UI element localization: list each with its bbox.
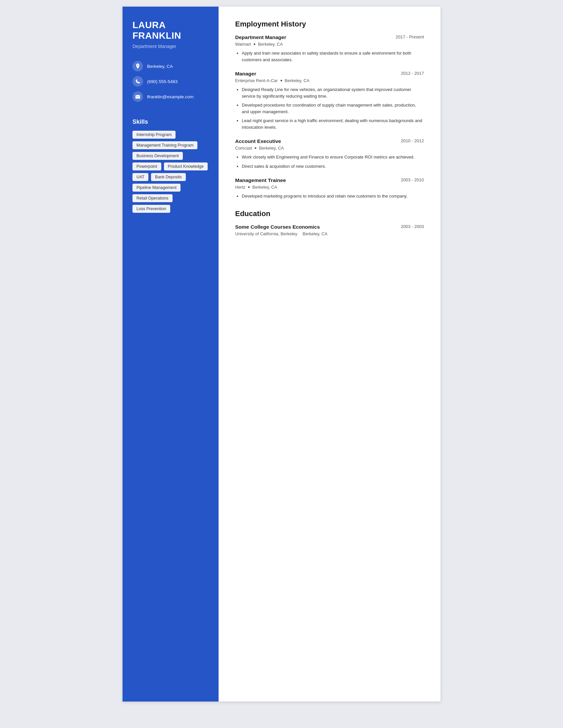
phone-text: (690) 555-5483	[147, 79, 177, 84]
education-list: Some College Courses Economics2003 - 200…	[235, 224, 424, 236]
skill-tag: Retail Operations	[132, 194, 172, 202]
job-block: Department Manager2017 - PresentWalmartB…	[235, 34, 424, 63]
edu-header: Some College Courses Economics2003 - 200…	[235, 224, 424, 230]
sidebar: LAURA FRANKLIN Department Manager Berkel…	[122, 7, 218, 702]
job-dates: 2012 - 2017	[401, 71, 424, 76]
edu-degree: Some College Courses Economics	[235, 224, 320, 230]
contact-email: lfranklin@example.com	[132, 91, 209, 102]
job-dates: 2003 - 2010	[401, 177, 424, 182]
employment-heading: Employment History	[235, 20, 424, 28]
job-company: Enterprise Rent-A-CarBerkeley, CA	[235, 78, 424, 83]
employment-section: Employment History Department Manager201…	[235, 20, 424, 200]
edu-dates: 2003 - 2003	[401, 224, 424, 229]
job-header: Management Trainee2003 - 2010	[235, 177, 424, 183]
skill-tag: Business Development	[132, 152, 183, 160]
education-heading: Education	[235, 209, 424, 218]
education-block: Some College Courses Economics2003 - 200…	[235, 224, 424, 236]
main-content: Employment History Department Manager201…	[218, 7, 441, 702]
location-text: Berkeley, CA	[147, 64, 173, 69]
job-bullet: Designed Ready Line for new vehicles, an…	[242, 86, 424, 99]
job-header: Account Executive2010 - 2012	[235, 138, 424, 144]
jobs-list: Department Manager2017 - PresentWalmartB…	[235, 34, 424, 200]
resume-container: LAURA FRANKLIN Department Manager Berkel…	[122, 7, 441, 702]
job-header: Department Manager2017 - Present	[235, 34, 424, 40]
job-bullet: Work closely with Engineering and Financ…	[242, 154, 424, 160]
phone-icon	[132, 76, 143, 87]
contact-location: Berkeley, CA	[132, 61, 209, 71]
skill-tag: Pipeline Management	[132, 184, 180, 192]
edu-school: University of California, BerkeleyBerkel…	[235, 231, 424, 236]
job-title: Account Executive	[235, 138, 281, 144]
skill-tag: Product Knowledge	[164, 162, 208, 170]
job-bullets: Apply and train new associates in safety…	[242, 50, 424, 63]
contact-phone: (690) 555-5483	[132, 76, 209, 87]
skills-heading: Skills	[132, 118, 209, 125]
job-bullets: Designed Ready Line for new vehicles, an…	[242, 86, 424, 130]
job-dates: 2010 - 2012	[401, 138, 424, 143]
job-dates: 2017 - Present	[396, 34, 424, 39]
job-company: ComcastBerkeley, CA	[235, 146, 424, 151]
skill-tag: Management Training Program	[132, 141, 197, 149]
job-title: Manager	[235, 71, 256, 77]
job-bullets: Developed marketing programs to introduc…	[242, 193, 424, 200]
skill-tag: Bank Deposits	[151, 173, 186, 181]
job-company: WalmartBerkeley, CA	[235, 42, 424, 47]
skill-tag: Powerpoint	[132, 162, 161, 170]
email-text: lfranklin@example.com	[147, 94, 194, 99]
candidate-name: LAURA FRANKLIN	[132, 20, 209, 41]
skill-tag: Loss Prevention	[132, 205, 170, 213]
job-title: Management Trainee	[235, 177, 286, 183]
skills-list: Internship ProgramManagement Training Pr…	[132, 131, 209, 213]
job-bullet: Developed marketing programs to introduc…	[242, 193, 424, 200]
job-bullet: Developed procedures for coordination of…	[242, 102, 424, 115]
candidate-title: Department Manager	[132, 44, 209, 49]
job-bullet: Direct sales & acquisition of new custom…	[242, 163, 424, 170]
job-bullet: Apply and train new associates in safety…	[242, 50, 424, 63]
skill-tag: UAT	[132, 173, 148, 181]
skills-section: Skills Internship ProgramManagement Trai…	[132, 118, 209, 213]
job-title: Department Manager	[235, 34, 286, 40]
job-bullet: Lead night guest service in a high traff…	[242, 117, 424, 130]
education-section: Education Some College Courses Economics…	[235, 209, 424, 236]
job-block: Account Executive2010 - 2012ComcastBerke…	[235, 138, 424, 169]
email-icon	[132, 91, 143, 102]
location-icon	[132, 61, 143, 71]
contact-section: Berkeley, CA (690) 555-5483 lfranklin@ex…	[132, 61, 209, 102]
job-company: HertzBerkeley, CA	[235, 185, 424, 190]
skill-tag: Internship Program	[132, 131, 175, 139]
job-bullets: Work closely with Engineering and Financ…	[242, 154, 424, 169]
job-block: Manager2012 - 2017Enterprise Rent-A-CarB…	[235, 71, 424, 130]
job-header: Manager2012 - 2017	[235, 71, 424, 77]
job-block: Management Trainee2003 - 2010HertzBerkel…	[235, 177, 424, 200]
